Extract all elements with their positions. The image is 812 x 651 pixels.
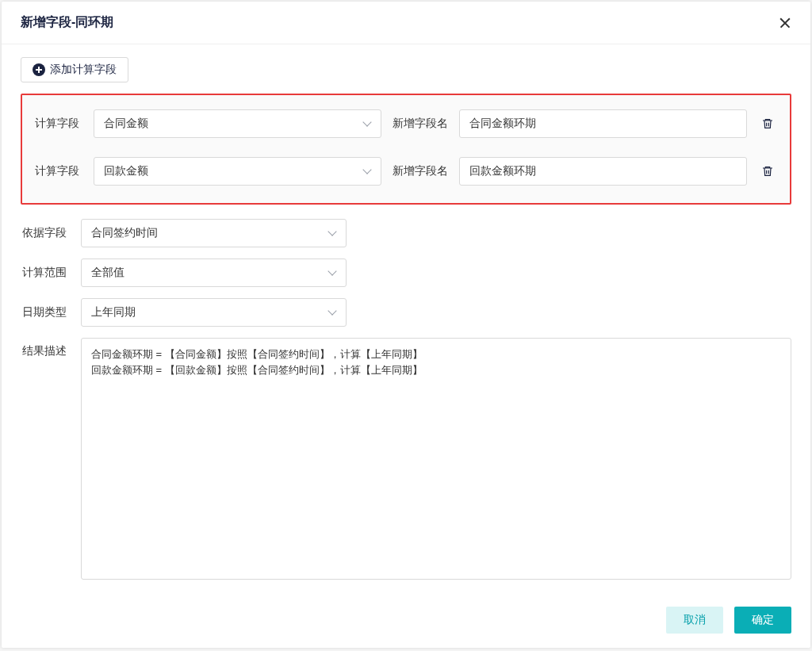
- plus-circle-icon: [33, 63, 45, 76]
- basis-field-value: 合同签约时间: [91, 226, 158, 240]
- calc-field-row: 计算字段 合同金额 新增字段名: [35, 109, 777, 138]
- calc-fields-box: 计算字段 合同金额 新增字段名 计算字段 回款金额 新增字段名: [21, 94, 791, 205]
- new-field-label: 新增字段名: [393, 117, 448, 131]
- lower-section: 依据字段 合同签约时间 计算范围 全部值 日期类型 上年同期: [21, 219, 791, 580]
- ok-button[interactable]: 确定: [734, 607, 791, 634]
- calc-field-select[interactable]: 回款金额: [94, 157, 381, 186]
- result-desc-row: 结果描述 合同金额环期 = 【合同金额】按照【合同签约时间】，计算【上年同期】 …: [22, 338, 791, 580]
- delete-icon[interactable]: [761, 165, 774, 178]
- chevron-down-icon: [363, 167, 371, 175]
- dialog-body: 添加计算字段 计算字段 合同金额 新增字段名 计算字段 回款金额: [2, 44, 810, 595]
- calc-field-value: 回款金额: [104, 164, 148, 178]
- result-desc-label: 结果描述: [22, 338, 70, 580]
- date-type-select[interactable]: 上年同期: [81, 298, 347, 327]
- delete-icon[interactable]: [761, 117, 774, 130]
- cancel-button[interactable]: 取消: [666, 607, 723, 634]
- calc-range-label: 计算范围: [22, 266, 70, 280]
- calc-range-row: 计算范围 全部值: [22, 258, 791, 287]
- add-calc-field-label: 添加计算字段: [50, 63, 117, 77]
- chevron-down-icon: [328, 229, 336, 237]
- chevron-down-icon: [363, 120, 371, 128]
- new-field-input[interactable]: [459, 157, 747, 186]
- chevron-down-icon: [328, 269, 336, 277]
- dialog-title: 新增字段-同环期: [21, 14, 113, 31]
- new-field-label: 新增字段名: [393, 164, 448, 178]
- result-desc-box[interactable]: 合同金额环期 = 【合同金额】按照【合同签约时间】，计算【上年同期】 回款金额环…: [81, 338, 791, 580]
- calc-field-select[interactable]: 合同金额: [94, 109, 381, 138]
- new-field-input[interactable]: [459, 109, 747, 138]
- date-type-row: 日期类型 上年同期: [22, 298, 791, 327]
- calc-field-label: 计算字段: [35, 117, 82, 131]
- calc-range-value: 全部值: [91, 266, 124, 280]
- basis-field-label: 依据字段: [22, 226, 70, 240]
- calc-field-value: 合同金额: [104, 117, 148, 131]
- basis-field-select[interactable]: 合同签约时间: [81, 219, 347, 247]
- close-icon[interactable]: [779, 17, 791, 29]
- dialog-header: 新增字段-同环期: [2, 2, 810, 44]
- date-type-value: 上年同期: [91, 305, 136, 320]
- calc-range-select[interactable]: 全部值: [81, 258, 347, 287]
- calc-field-row: 计算字段 回款金额 新增字段名: [35, 157, 777, 186]
- dialog-footer: 取消 确定: [2, 595, 810, 648]
- dialog: 新增字段-同环期 添加计算字段 计算字段 合同金额 新增字段名 计算字: [2, 2, 810, 648]
- date-type-label: 日期类型: [22, 305, 70, 320]
- chevron-down-icon: [328, 308, 336, 316]
- calc-field-label: 计算字段: [35, 164, 82, 178]
- basis-field-row: 依据字段 合同签约时间: [22, 219, 791, 247]
- add-calc-field-button[interactable]: 添加计算字段: [21, 57, 128, 82]
